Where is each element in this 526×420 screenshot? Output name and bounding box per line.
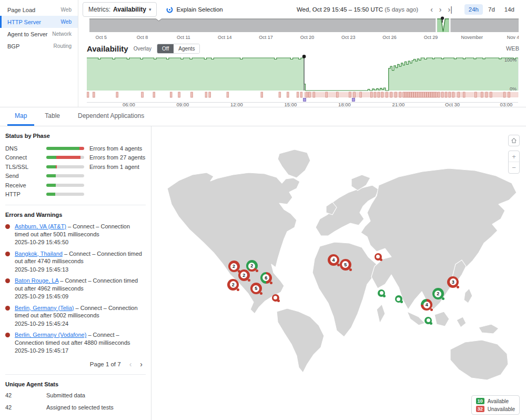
tab-dependent-applications[interactable]: Dependent Applications xyxy=(70,107,151,126)
layer-label: WEB xyxy=(506,45,519,52)
availability-chart[interactable]: 06:0009:0012:0015:0018:0021:00Oct 3003:0… xyxy=(87,55,519,107)
legend-unavailable: 32 Unavailable xyxy=(476,406,515,412)
marker-agent-count xyxy=(427,318,430,322)
phase-bar xyxy=(46,165,84,168)
range-7d-button[interactable]: 7d xyxy=(484,4,499,15)
marker-agent-count xyxy=(397,297,400,301)
continent-south-america xyxy=(277,308,324,373)
agent-link[interactable]: Berlin, Germany (Telia) xyxy=(15,305,74,311)
sidebar-item-bgp[interactable]: BGP Routing xyxy=(0,40,78,52)
metrics-dropdown[interactable]: Metrics: Availability ▾ xyxy=(83,2,157,17)
overlay-agents-button[interactable]: Agents xyxy=(174,44,199,53)
marker-agent-count xyxy=(376,255,380,258)
explain-selection-button[interactable]: Explain Selection xyxy=(166,6,222,13)
error-status-icon xyxy=(5,224,10,229)
range-24h-button[interactable]: 24h xyxy=(464,4,483,15)
marker-agent-count xyxy=(274,296,277,299)
test-category: Routing xyxy=(54,43,72,49)
map-cluster-marker[interactable]: 5 xyxy=(250,283,262,294)
map-cluster-marker[interactable]: 5 xyxy=(340,259,351,271)
agent-link[interactable]: Bangkok, Thailand xyxy=(15,251,63,257)
phase-row-tls-ssl: TLS/SSL Errors from 1 agent xyxy=(0,162,151,172)
island-philippines xyxy=(464,288,472,303)
svg-text:15:00: 15:00 xyxy=(285,102,297,107)
next-round-button[interactable]: › xyxy=(437,6,444,13)
continent-north-america xyxy=(167,173,300,314)
error-status-icon xyxy=(5,252,10,256)
phase-row-http: HTTP xyxy=(0,190,151,199)
sidebar-item-page-load[interactable]: Page Load Web xyxy=(0,4,78,16)
marker-anchor-dot xyxy=(237,288,239,291)
marker-anchor-dot xyxy=(270,282,272,284)
phase-bar xyxy=(46,174,84,177)
test-category: Web xyxy=(61,7,72,13)
svg-text:100%: 100% xyxy=(504,57,517,63)
sidebar-item-http-server[interactable]: HTTP Server Web xyxy=(0,16,78,28)
mini-timeline-chart[interactable]: Oct 5Oct 8Oct 11Oct 14Oct 17Oct 20Oct 23… xyxy=(89,16,519,41)
overlay-off-button[interactable]: Off xyxy=(157,44,174,53)
marker-anchor-dot xyxy=(400,301,403,303)
error-timestamp: 2025-10-29 15:45:09 xyxy=(15,293,145,301)
error-status-icon xyxy=(5,333,10,337)
tab-map[interactable]: Map xyxy=(7,107,34,126)
marker-anchor-dot xyxy=(383,295,386,297)
error-timestamp: 2025-10-29 15:45:24 xyxy=(15,320,145,328)
agent-link[interactable]: Ashburn, VA (AT&T) xyxy=(15,223,66,229)
map-cluster-marker[interactable] xyxy=(424,317,432,324)
error-item: Bangkok, Thailand – Connect – Connection… xyxy=(0,250,151,274)
available-count-badge: 10 xyxy=(476,398,484,404)
map-cluster-marker[interactable]: 4 xyxy=(421,299,432,311)
round-navigation: ‹ › ›| xyxy=(428,6,455,13)
agent-link[interactable]: Berlin, Germany (Vodafone) xyxy=(15,332,86,338)
svg-text:06:00: 06:00 xyxy=(123,102,135,107)
svg-text:21:00: 21:00 xyxy=(392,102,405,107)
error-item: Berlin, Germany (Telia) – Connect – Conn… xyxy=(0,304,151,328)
map-cluster-marker[interactable]: 2 xyxy=(227,279,239,291)
errors-pagination: Page 1 of 7 ‹ › xyxy=(0,358,151,368)
world-map[interactable] xyxy=(151,126,526,420)
availability-header: Availability Overlay Off Agents WEB xyxy=(87,43,519,54)
zoom-in-button[interactable]: + xyxy=(509,151,519,162)
marker-anchor-dot xyxy=(256,269,258,272)
continent-australia xyxy=(450,340,508,380)
map-cluster-marker[interactable]: 2 xyxy=(432,288,444,299)
map-legend: 10 Available 32 Unavailable xyxy=(471,395,520,415)
map-cluster-marker[interactable]: 2 xyxy=(238,269,250,281)
map-cluster-marker[interactable] xyxy=(375,253,382,261)
test-label: Agent to Server xyxy=(7,31,47,37)
map-cluster-marker[interactable]: 4 xyxy=(328,254,339,266)
svg-text:09:00: 09:00 xyxy=(177,102,189,107)
map-cluster-marker[interactable] xyxy=(272,294,279,302)
map-cluster-marker[interactable]: 3 xyxy=(447,276,459,288)
zoom-out-button[interactable]: − xyxy=(509,162,519,173)
sidebar-item-agent-to-server[interactable]: Agent to Server Network xyxy=(0,28,78,40)
prev-page-button[interactable]: ‹ xyxy=(129,360,132,368)
island-madagascar xyxy=(377,304,385,323)
phase-bar xyxy=(46,193,84,196)
agent-link[interactable]: Baton Rouge, LA xyxy=(15,277,58,284)
map-cluster-marker[interactable] xyxy=(395,295,402,303)
time-range-switcher: 24h 7d 14d xyxy=(464,4,519,15)
tab-table[interactable]: Table xyxy=(37,107,67,126)
errors-warnings-title: Errors and Warnings xyxy=(5,212,146,218)
svg-text:Oct 20: Oct 20 xyxy=(300,35,315,40)
next-page-button[interactable]: › xyxy=(140,360,143,368)
test-category: Network xyxy=(52,31,72,37)
continent-africa xyxy=(312,242,377,337)
marker-anchor-dot xyxy=(380,258,382,261)
map-cluster-marker[interactable]: 2 xyxy=(228,261,240,272)
marker-agent-count: 2 xyxy=(230,281,237,288)
map-cluster-marker[interactable]: 6 xyxy=(260,272,272,284)
map-cluster-marker[interactable] xyxy=(378,289,385,297)
marker-anchor-dot xyxy=(430,322,432,325)
island-new-guinea xyxy=(479,324,499,334)
range-14d-button[interactable]: 14d xyxy=(500,4,519,15)
svg-text:18:00: 18:00 xyxy=(338,102,351,107)
map-zoom-controls: + − xyxy=(508,151,520,174)
svg-text:Oct 26: Oct 26 xyxy=(382,35,397,40)
map-home-button[interactable] xyxy=(508,135,520,146)
latest-round-button[interactable]: ›| xyxy=(446,6,455,13)
view-tabs: Map Table Dependent Applications xyxy=(0,107,526,126)
map-cluster-marker[interactable]: 2 xyxy=(246,260,258,272)
prev-round-button[interactable]: ‹ xyxy=(428,6,436,13)
